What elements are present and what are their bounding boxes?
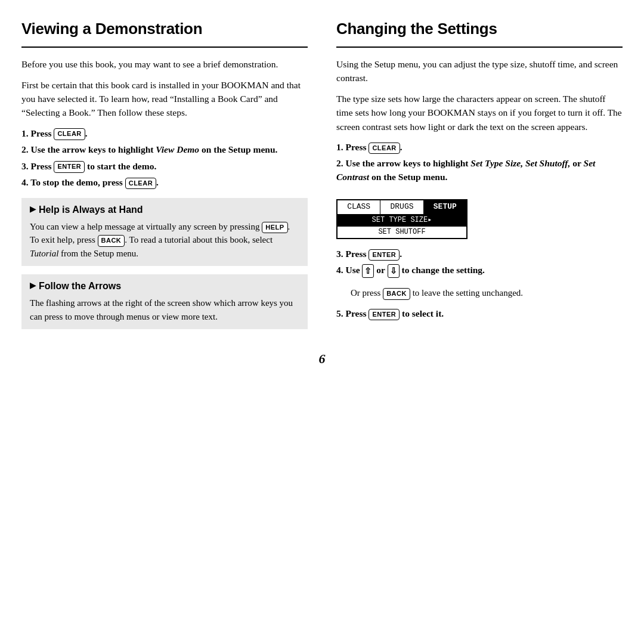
right-divider [336, 47, 623, 48]
right-steps: 1. Press CLEAR. 2. Use the arrow keys to… [336, 141, 623, 184]
left-step-2: 2. Use the arrow keys to highlight View … [21, 143, 308, 156]
left-step-3: 3. Press ENTER to start the demo. [21, 160, 308, 173]
right-steps-3: 5. Press ENTER to select it. [336, 307, 623, 320]
tip-help-title: Help is Always at Hand [30, 203, 299, 216]
right-steps-2: 3. Press ENTER. 4. Use ⇧ or ⇩ to change … [336, 247, 623, 278]
screen-bottom-rows: SET TYPE SIZE▸ SET SHUTOFF [338, 215, 466, 238]
right-column: Changing the Settings Using the Setup me… [336, 18, 623, 338]
enter-key-1: ENTER [54, 161, 85, 173]
tip-arrows-box: Follow the Arrows The flashing arrows at… [21, 274, 308, 329]
right-step-3: 3. Press ENTER. [336, 247, 623, 261]
right-intro2: The type size sets how large the charact… [336, 92, 623, 134]
left-intro2: First be certain that this book card is … [21, 78, 308, 120]
screen-setup: SETUP [424, 200, 466, 214]
clear-key-2: CLEAR [125, 178, 156, 190]
right-title: Changing the Settings [336, 18, 623, 41]
tip-arrows-body: The flashing arrows at the right of the … [30, 296, 299, 323]
right-step-4: 4. Use ⇧ or ⇩ to change the setting. [336, 264, 623, 278]
arrows-dn-icon: ⇩ [388, 264, 400, 278]
page-number: 6 [21, 349, 623, 369]
left-step-4: 4. To stop the demo, press CLEAR. [21, 176, 308, 189]
arrows-up-icon: ⇧ [362, 264, 374, 278]
screen-drugs: DRUGS [380, 200, 423, 214]
right-or-press: Or press BACK to leave the setting uncha… [336, 286, 623, 300]
right-step-2: 2. Use the arrow keys to highlight Set T… [336, 157, 623, 184]
left-intro1: Before you use this book, you may want t… [21, 57, 308, 71]
screen-row-typsize: SET TYPE SIZE▸ [338, 215, 466, 226]
enter-key-r3: ENTER [369, 249, 400, 261]
screen-image: CLASS DRUGS SETUP SET TYPE SIZE▸ SET SHU… [336, 199, 467, 239]
left-column: Viewing a Demonstration Before you use t… [21, 18, 308, 338]
left-title: Viewing a Demonstration [21, 18, 308, 41]
screen-shutoff: SET SHUTOFF [338, 227, 466, 238]
screen-typsize: SET TYPE SIZE▸ [338, 215, 466, 226]
tip-help-box: Help is Always at Hand You can view a he… [21, 198, 308, 267]
screen-top-row: CLASS DRUGS SETUP [338, 200, 466, 215]
tip-help-body: You can view a help message at virtually… [30, 220, 299, 261]
screen-class: CLASS [338, 200, 380, 214]
back-key-r: BACK [383, 288, 410, 300]
clear-key-r1: CLEAR [369, 143, 400, 154]
right-step-5: 5. Press ENTER to select it. [336, 307, 623, 320]
left-divider [21, 47, 308, 48]
clear-key-1: CLEAR [54, 128, 85, 140]
tip-arrows-title: Follow the Arrows [30, 279, 299, 293]
enter-key-r5: ENTER [369, 309, 400, 321]
page-content: Viewing a Demonstration Before you use t… [21, 18, 623, 369]
right-step-1: 1. Press CLEAR. [336, 141, 623, 154]
back-key-1: BACK [98, 235, 125, 247]
right-intro1: Using the Setup menu, you can adjust the… [336, 57, 623, 85]
screen-row-shutoff: SET SHUTOFF [338, 227, 466, 238]
left-step-1: 1. Press CLEAR. [21, 127, 308, 140]
help-key: HELP [262, 222, 287, 234]
left-steps: 1. Press CLEAR. 2. Use the arrow keys to… [21, 127, 308, 190]
